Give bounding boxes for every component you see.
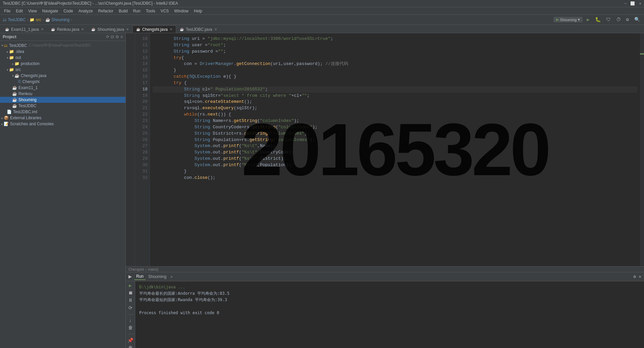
tree-item-ext-libs[interactable]: ▸ 📦 External Libraries (0, 115, 125, 121)
tree-item-iml[interactable]: 📄 TestJDBC.iml (0, 109, 125, 115)
line-num-18: 18 (137, 86, 148, 93)
testjdbc-class-icon: ☕ (12, 103, 17, 108)
sidebar-collapse-icon[interactable]: ⊟ (111, 34, 114, 39)
tree-label-idea: .idea (15, 49, 24, 54)
line-num-19: 19 (137, 93, 148, 99)
profile-button[interactable]: ⏱ (615, 16, 622, 23)
tree-label-out: out (15, 55, 21, 60)
menu-item-help[interactable]: Help (191, 8, 205, 14)
run-rerun-icon[interactable]: ⟳ (128, 305, 132, 311)
code-container[interactable]: 10 11 12 13 14 15 16 17 18 19 20 21 22 2… (126, 33, 644, 266)
arrow-scratches: ▸ (1, 122, 3, 126)
tree-label-ext-libs: External Libraries (10, 116, 41, 120)
tab-shouming-close[interactable]: ✕ (126, 27, 129, 31)
line-num-27: 27 (137, 143, 148, 149)
run-play-icon[interactable]: ▶ (129, 283, 131, 288)
sidebar-gear-icon[interactable]: ≡ (120, 34, 123, 39)
arrow-out: ▾ (7, 56, 8, 60)
tab-renkou-close[interactable]: ✕ (81, 27, 84, 31)
line-num-29: 29 (137, 156, 148, 162)
sidebar-settings-icon[interactable]: ⚙ (115, 34, 119, 39)
tab-testjdbc[interactable]: ☕ TestJDBC.java ✕ (176, 25, 221, 33)
run-button[interactable]: ▶ (585, 16, 591, 23)
renkou-icon: ☕ (12, 91, 17, 96)
tree-item-testjdbc[interactable]: ▾ 🗂 TestJDBC C:\Users\申冒\IdeaProjects\Te… (0, 42, 125, 49)
run-config-icon: ▶ (556, 17, 559, 22)
editor-tabs: ☕ Exam11_1.java ✕ ☕ Renkou.java ✕ ☕ Shou… (0, 25, 644, 33)
debug-button[interactable]: 🐛 (594, 16, 602, 23)
tree-item-chengshi-java[interactable]: ▾ ☕ Chengshi.java (0, 73, 125, 79)
sidebar-sync-icon[interactable]: ⟳ (106, 34, 109, 39)
run-close-icon[interactable]: ✕ (639, 274, 641, 279)
tab-exam11[interactable]: ☕ Exam11_1.java ✕ (1, 25, 47, 33)
code-line-11: String user ="root"; (153, 42, 637, 49)
minimize-button[interactable]: — (624, 1, 627, 6)
run-pin-icon[interactable]: 📌 (127, 338, 133, 343)
tab-shouming[interactable]: ☕ Shouming.java ✕ (88, 25, 132, 33)
tree-item-testjdbc-class[interactable]: ☕ TestJDBC (0, 103, 125, 109)
run-stop-icon[interactable]: ⏹ (128, 290, 133, 296)
line-num-11: 11 (137, 42, 148, 49)
shouming-icon: ☕ (12, 97, 17, 102)
code-editor[interactable]: 20165320 String uri = "jdbc:mysql://loca… (150, 33, 640, 266)
menu-item-tools[interactable]: Tools (143, 8, 158, 14)
coverage-button[interactable]: 🛡 (605, 16, 612, 23)
line-num-24: 24 (137, 124, 148, 131)
menu-item-edit[interactable]: Edit (13, 8, 25, 14)
run-trash-icon[interactable]: 🗑 (128, 345, 133, 348)
tree-item-src[interactable]: ▾ 📁 src (0, 67, 125, 73)
menu-item-view[interactable]: View (25, 8, 40, 14)
tree-item-scratches[interactable]: ▸ 📝 Scratches and Consoles (0, 121, 125, 127)
tab-chengshi[interactable]: ☕ Chengshi.java ✕ (132, 25, 176, 33)
tree-item-chengshi-class[interactable]: © Chengshi (0, 79, 125, 85)
run-tab-close[interactable]: ✕ (170, 274, 173, 279)
tab-testjdbc-close[interactable]: ✕ (214, 27, 217, 31)
tree-label-testjdbc-class: TestJDBC (18, 103, 36, 108)
close-button[interactable]: ✕ (639, 1, 641, 6)
menu-item-navigate[interactable]: Navigate (40, 8, 61, 14)
search-button[interactable]: 🔍 (633, 16, 641, 23)
tab-chengshi-close[interactable]: ✕ (170, 27, 172, 31)
exam11-icon: ☕ (12, 85, 17, 90)
tree-item-production[interactable]: ▸ 📁 production (0, 61, 125, 67)
menu-item-refactor[interactable]: Refactor (96, 8, 116, 14)
tab-renkou[interactable]: ☕ Renkou.java ✕ (47, 25, 88, 33)
arrow-ext-libs: ▸ (1, 116, 3, 120)
code-line-20: sql=con.createStatement(); (153, 99, 637, 105)
menu-item-build[interactable]: Build (116, 8, 130, 14)
breadcrumb-file[interactable]: ☕ Shouming (45, 17, 69, 22)
menu-item-code[interactable]: Code (61, 8, 76, 14)
tree-item-exam11[interactable]: ☕ Exam11_1 (0, 85, 125, 91)
run-config[interactable]: ▶ Shouming ▾ (553, 17, 583, 22)
tree-item-out[interactable]: ▾ 📁 out (0, 55, 125, 61)
menu-item-window[interactable]: Window (171, 8, 191, 14)
run-scroll-end-icon[interactable]: ↓ (129, 318, 131, 323)
run-pause-icon[interactable]: ⏸ (128, 298, 133, 303)
breadcrumb-src[interactable]: 📁 src (30, 17, 41, 22)
tree-item-renkou[interactable]: ☕ Renkou (0, 91, 125, 97)
sidebar: Project ⟳ ⊟ ⚙ ≡ ▾ 🗂 TestJDBC C:\Users\申冒… (0, 33, 126, 348)
tab-shouming-label: Shouming.java (97, 27, 124, 32)
breadcrumb-project[interactable]: 🗂 TestJDBC (3, 17, 25, 22)
menu-item-run[interactable]: Run (130, 8, 143, 14)
menu-item-vcs[interactable]: VCS (158, 8, 172, 14)
tree-item-idea[interactable]: ▸ 📁 .idea (0, 49, 125, 55)
line-num-15: 15 (137, 67, 148, 74)
run-panel-actions: ⚙ ✕ (633, 274, 641, 279)
code-line-16: catch(SQLException e){ } (153, 74, 637, 80)
tab-exam11-close[interactable]: ✕ (41, 27, 44, 31)
tree-label-testjdbc: TestJDBC (9, 43, 27, 48)
run-settings-icon[interactable]: ⚙ (633, 274, 636, 279)
run-tab-button[interactable]: Run (134, 273, 146, 280)
run-clear-icon[interactable]: 🗑 (128, 325, 133, 331)
menu-item-file[interactable]: File (1, 8, 13, 14)
editor-area: 10 11 12 13 14 15 16 17 18 19 20 21 22 2… (126, 33, 644, 348)
code-line-17: try { (153, 80, 637, 86)
maximize-button[interactable]: ⬜ (630, 1, 635, 6)
java-icon-4: ☕ (136, 27, 140, 31)
editor-breadcrumb: Chengshi › main() (126, 266, 644, 272)
settings-button[interactable]: ⚙ (625, 16, 630, 23)
tree-item-shouming[interactable]: ☕ Shouming (0, 97, 125, 103)
menu-item-analyze[interactable]: Analyze (76, 8, 96, 14)
run-output-line-3: 平均寿命最短的国家:Rwanda 平均寿命为:39.3 (139, 297, 640, 303)
